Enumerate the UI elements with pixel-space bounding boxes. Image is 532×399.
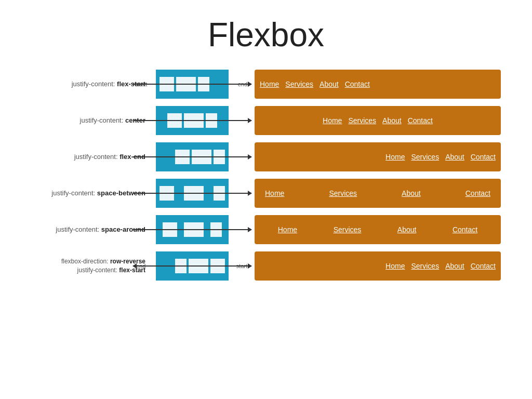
nav-bar-center: HomeServicesAboutContact	[255, 106, 501, 135]
nav-bar-flex-start: HomeServicesAboutContact	[255, 70, 501, 99]
nav-bar-space-around: HomeServicesAboutContact	[255, 215, 501, 244]
nav-link-home-space-around[interactable]: Home	[278, 225, 297, 234]
nav-link-home-flex-start[interactable]: Home	[260, 80, 279, 88]
nav-link-contact-flex-end[interactable]: Contact	[471, 153, 496, 161]
nav-link-services-flex-end[interactable]: Services	[411, 153, 439, 161]
nav-link-contact-row-reverse[interactable]: Contact	[471, 262, 496, 270]
arrow-flex-end	[133, 156, 251, 157]
nav-link-services-space-between[interactable]: Services	[329, 189, 357, 197]
nav-link-about-flex-end[interactable]: About	[445, 153, 464, 161]
nav-link-contact-flex-start[interactable]: Contact	[345, 80, 370, 88]
diagram-wrapper-center	[151, 106, 234, 135]
nav-link-services-row-reverse[interactable]: Services	[411, 262, 439, 270]
nav-link-services-center[interactable]: Services	[348, 116, 376, 125]
nav-link-services-space-around[interactable]: Services	[334, 225, 362, 234]
nav-bar-row-reverse: HomeServicesAboutContact	[255, 251, 501, 281]
arrow-space-around	[133, 229, 251, 230]
nav-bar-space-between: HomeServicesAboutContact	[255, 179, 501, 208]
nav-link-contact-space-around[interactable]: Contact	[453, 225, 477, 234]
row-flex-end: justify-content: flex-endHomeServicesAbo…	[31, 142, 501, 171]
diagram-wrapper-space-around	[151, 215, 234, 244]
diagram-wrapper-flex-start: startend	[151, 70, 234, 99]
nav-link-about-center[interactable]: About	[382, 116, 402, 125]
row-flex-start: justify-content: flex-startstartendHomeS…	[31, 70, 501, 99]
nav-link-contact-center[interactable]: Contact	[408, 116, 433, 125]
nav-link-home-center[interactable]: Home	[323, 116, 342, 125]
nav-link-services-flex-start[interactable]: Services	[285, 80, 313, 88]
arrow-center	[133, 120, 251, 121]
page-title: Flexbox	[0, 0, 532, 64]
row-space-between: justify-content: space-betweenHomeServic…	[31, 179, 501, 208]
content-area: justify-content: flex-startstartendHomeS…	[0, 64, 532, 293]
nav-link-contact-space-between[interactable]: Contact	[466, 189, 490, 197]
nav-link-home-row-reverse[interactable]: Home	[385, 262, 405, 270]
row-row-reverse: flexbox-direction: row-reversejustify-co…	[31, 251, 501, 281]
nav-link-about-row-reverse[interactable]: About	[445, 262, 464, 270]
arrow-flex-start	[133, 84, 251, 85]
nav-link-about-flex-start[interactable]: About	[320, 80, 339, 88]
arrow-space-between	[133, 193, 251, 194]
nav-link-home-space-between[interactable]: Home	[265, 189, 284, 197]
row-space-around: justify-content: space-aroundHomeService…	[31, 215, 501, 244]
nav-link-about-space-between[interactable]: About	[402, 189, 421, 197]
diagram-wrapper-flex-end	[151, 142, 234, 171]
arrow-row-reverse	[133, 265, 251, 267]
nav-link-about-space-around[interactable]: About	[397, 225, 417, 234]
diagram-wrapper-space-between	[151, 179, 234, 208]
diagram-wrapper-row-reverse: endstart	[151, 251, 234, 281]
nav-bar-flex-end: HomeServicesAboutContact	[255, 142, 501, 171]
nav-link-home-flex-end[interactable]: Home	[385, 153, 405, 161]
row-center: justify-content: centerHomeServicesAbout…	[31, 106, 501, 135]
